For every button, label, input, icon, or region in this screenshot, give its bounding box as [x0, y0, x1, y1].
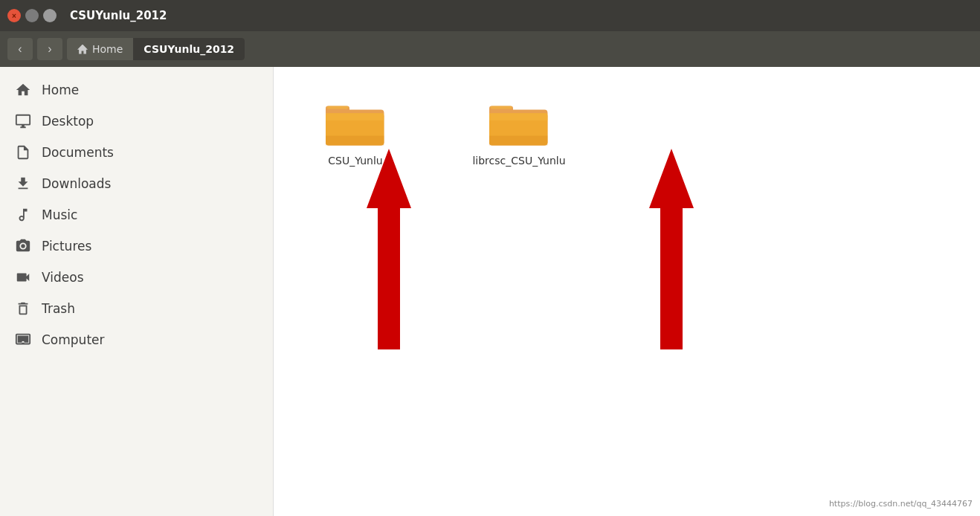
window-title: CSUYunlu_2012 — [70, 9, 167, 22]
minimize-button[interactable] — [25, 9, 39, 22]
svg-rect-7 — [327, 106, 349, 109]
sidebar-item-computer[interactable]: Computer — [0, 324, 273, 355]
documents-icon — [15, 144, 31, 161]
folder-icon — [489, 97, 549, 149]
toolbar: ‹ › Home CSUYunlu_2012 — [0, 31, 980, 67]
svg-marker-17 — [649, 149, 694, 349]
sidebar-item-downloads[interactable]: Downloads — [0, 168, 273, 199]
breadcrumb-home[interactable]: Home — [67, 38, 133, 60]
svg-marker-16 — [367, 149, 411, 349]
pictures-icon — [15, 238, 31, 254]
trash-icon — [15, 300, 31, 317]
sidebar-item-videos[interactable]: Videos — [0, 262, 273, 293]
sidebar-item-desktop[interactable]: Desktop — [0, 106, 273, 137]
sidebar-label-pictures: Pictures — [42, 239, 91, 254]
sidebar-item-pictures[interactable]: Pictures — [0, 230, 273, 262]
window-controls: × — [7, 9, 57, 22]
sidebar-item-documents[interactable]: Documents — [0, 137, 273, 168]
svg-rect-13 — [489, 113, 547, 120]
home-icon — [15, 82, 31, 98]
back-button[interactable]: ‹ — [7, 38, 33, 60]
close-button[interactable]: × — [7, 9, 21, 22]
titlebar: × CSUYunlu_2012 — [0, 0, 980, 31]
svg-rect-15 — [489, 136, 547, 146]
arrow-1 — [363, 149, 415, 352]
sidebar-item-music[interactable]: Music — [0, 199, 273, 230]
arrow-2 — [645, 149, 697, 352]
downloads-icon — [15, 175, 31, 192]
maximize-button[interactable] — [43, 9, 57, 22]
sidebar: Home Desktop Documents — [0, 67, 274, 516]
desktop-icon — [15, 113, 31, 129]
arrows-container — [363, 149, 697, 352]
sidebar-label-desktop: Desktop — [42, 114, 94, 129]
videos-icon — [15, 269, 31, 286]
music-icon — [15, 207, 31, 223]
main-content: Home Desktop Documents — [0, 67, 980, 516]
sidebar-label-music: Music — [42, 207, 77, 222]
breadcrumb-current[interactable]: CSUYunlu_2012 — [133, 38, 245, 60]
breadcrumb-home-label: Home — [92, 43, 123, 55]
sidebar-label-home: Home — [42, 83, 79, 97]
sidebar-label-computer: Computer — [42, 332, 105, 347]
svg-rect-6 — [326, 113, 384, 120]
folder-icon — [326, 97, 385, 149]
sidebar-label-downloads: Downloads — [42, 176, 111, 191]
file-area: CSU_Yunlu librcsc_CSU_Yunlu — [274, 67, 980, 516]
sidebar-label-videos: Videos — [42, 270, 84, 285]
breadcrumb-current-label: CSUYunlu_2012 — [144, 43, 234, 55]
computer-icon — [15, 332, 31, 348]
sidebar-label-documents: Documents — [42, 145, 114, 160]
breadcrumb: Home CSUYunlu_2012 — [67, 38, 245, 60]
sidebar-item-home[interactable]: Home — [0, 74, 273, 106]
forward-button[interactable]: › — [37, 38, 62, 60]
svg-point-0 — [21, 244, 25, 248]
svg-rect-14 — [491, 106, 512, 109]
sidebar-item-trash[interactable]: Trash — [0, 293, 273, 324]
sidebar-label-trash: Trash — [42, 301, 75, 316]
home-icon — [77, 45, 88, 54]
svg-rect-8 — [326, 136, 384, 146]
watermark: https://blog.csdn.net/qq_43444767 — [829, 499, 973, 509]
